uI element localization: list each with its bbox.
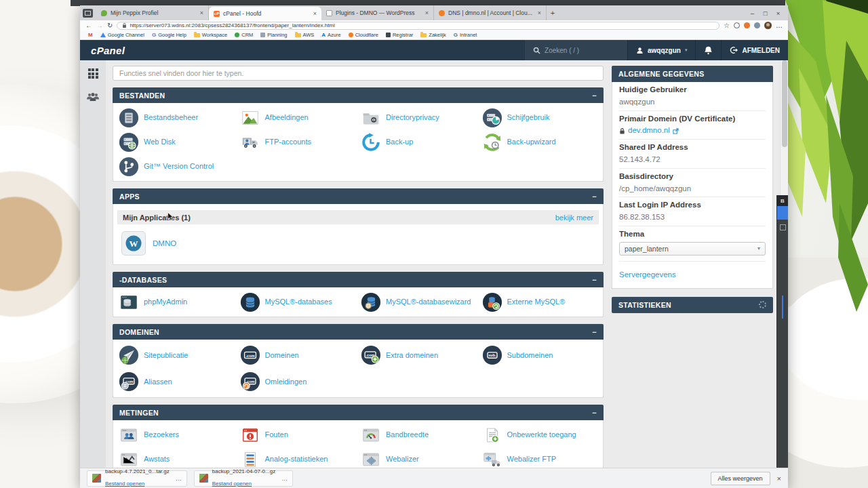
- feature-web-disk[interactable]: Web Disk: [116, 131, 237, 153]
- feature-webalizer-ftp[interactable]: Webalizer FTP: [479, 448, 601, 468]
- minimize-button[interactable]: –: [747, 9, 758, 17]
- tab-close-icon[interactable]: ×: [313, 10, 317, 17]
- section-header[interactable]: -DATABASES −: [113, 272, 604, 287]
- feature-label[interactable]: phpMyAdmin: [144, 298, 187, 306]
- section-header[interactable]: BESTANDEN −: [113, 87, 604, 103]
- feature-errors[interactable]: Fouten: [237, 424, 359, 446]
- feature-label[interactable]: Back-upwizard: [507, 138, 556, 146]
- profile-avatar[interactable]: [764, 22, 772, 29]
- bookmark-aws[interactable]: AWS: [295, 32, 315, 38]
- feature-label[interactable]: Awstats: [144, 455, 170, 464]
- tab-actions-button[interactable]: [83, 9, 93, 18]
- feature-label[interactable]: Externe MySQL®: [507, 298, 566, 306]
- feature-backup[interactable]: Back-up: [358, 131, 479, 153]
- tab-peppix-profile[interactable]: Mijn Peppix Profiel ×: [96, 5, 209, 20]
- feature-images[interactable]: Afbeeldingen: [237, 106, 359, 129]
- feature-label[interactable]: Schijfgebruik: [507, 113, 550, 122]
- bookmark-gmail[interactable]: M: [88, 33, 93, 38]
- bookmark-azure[interactable]: AAzure: [321, 32, 340, 38]
- bookmark-google-channel[interactable]: Google Channel: [100, 32, 144, 38]
- section-header[interactable]: APPS −: [113, 188, 604, 204]
- feature-mysql-wizard[interactable]: MySQL®-databasewizard: [358, 291, 479, 313]
- bookmark-crm[interactable]: CRM: [235, 32, 253, 38]
- feature-webalizer[interactable]: Webalizer: [358, 448, 479, 468]
- quick-find-input[interactable]: [113, 66, 604, 81]
- feature-aliases[interactable]: .com Aliassen: [116, 369, 237, 394]
- download-more-icon[interactable]: …: [176, 475, 182, 482]
- feature-label[interactable]: Onbewerkte toegang: [507, 430, 576, 439]
- feature-mysql-databases[interactable]: MySQL®-databases: [237, 291, 359, 313]
- notifications-button[interactable]: [695, 40, 721, 60]
- new-tab-button[interactable]: +: [547, 9, 559, 17]
- feature-subdomains[interactable]: sub. Subdomeinen: [479, 343, 601, 367]
- section-header[interactable]: DOMEINEN −: [113, 324, 604, 340]
- refresh-button[interactable]: ↻: [107, 22, 113, 29]
- feature-label[interactable]: Bestandsbeheer: [144, 113, 198, 122]
- close-downloads-bar-icon[interactable]: ×: [777, 474, 781, 483]
- feature-ftp-accounts[interactable]: FTP-accounts: [237, 131, 359, 153]
- bookmark-google-help[interactable]: GGoogle Help: [152, 32, 186, 38]
- feature-disk-usage[interactable]: Schijfgebruik: [479, 106, 601, 129]
- collapse-icon[interactable]: −: [592, 92, 597, 100]
- feature-label[interactable]: Omleidingen: [265, 378, 307, 386]
- tab-close-icon[interactable]: ×: [538, 9, 541, 16]
- maximize-button[interactable]: □: [760, 9, 771, 17]
- bookmark-intranet[interactable]: GIntranet: [454, 32, 477, 38]
- tab-cpanel-home[interactable]: cP cPanel - Hoofd ×: [209, 7, 321, 20]
- feature-label[interactable]: Extra domeinen: [386, 351, 438, 360]
- feature-label[interactable]: Webalizer FTP: [507, 455, 557, 464]
- collapse-icon[interactable]: −: [592, 192, 597, 201]
- view-more-link[interactable]: bekijk meer: [555, 214, 593, 222]
- feature-analog-stats[interactable]: Analog-statistieken: [237, 448, 359, 468]
- collapse-icon[interactable]: −: [592, 409, 597, 417]
- section-header[interactable]: METINGEN −: [113, 405, 604, 420]
- bookmark-planning[interactable]: Planning: [260, 32, 287, 38]
- close-button[interactable]: ×: [772, 9, 784, 17]
- feature-label[interactable]: Bandbreedte: [386, 430, 429, 439]
- feature-redirects[interactable]: .com Omleidingen: [237, 369, 359, 394]
- feature-label[interactable]: Sitepublicatie: [144, 351, 188, 360]
- feature-label[interactable]: Domeinen: [265, 351, 299, 360]
- tab-wordpress-plugins[interactable]: Plugins - DMNO — WordPress ×: [321, 5, 434, 20]
- feature-label[interactable]: Analog-statistieken: [265, 455, 328, 464]
- feature-label[interactable]: Subdomeinen: [507, 351, 553, 360]
- tab-close-icon[interactable]: ×: [425, 9, 429, 16]
- feature-domains[interactable]: .com Domeinen: [237, 343, 359, 367]
- logout-button[interactable]: AFMELDEN: [721, 40, 788, 60]
- feature-label[interactable]: MySQL®-databasewizard: [386, 298, 471, 306]
- app-label[interactable]: DMNO: [153, 239, 176, 247]
- feature-awstats[interactable]: Awstats: [116, 448, 237, 468]
- user-manager-icon[interactable]: [86, 92, 100, 102]
- address-bar[interactable]: https://server073.wdns.nl:2083/cpsess282…: [117, 22, 719, 30]
- feature-label[interactable]: Back-up: [386, 138, 413, 146]
- feature-site-publisher[interactable]: Sitepublicatie: [116, 343, 237, 367]
- statistics-header[interactable]: STATISTIEKEN: [612, 297, 773, 313]
- extension-icon-orange[interactable]: [744, 22, 750, 28]
- download-more-icon[interactable]: …: [281, 475, 288, 482]
- collapse-icon[interactable]: −: [592, 328, 597, 336]
- feature-file-manager[interactable]: Bestandsbeheer: [116, 106, 237, 129]
- download-item-2[interactable]: backup_2021-04-07-0...gz Bestand openen …: [194, 470, 293, 487]
- cpanel-logo[interactable]: cPanel: [80, 40, 136, 60]
- open-file-link[interactable]: Bestand openen: [212, 481, 252, 487]
- extension-strip-tab[interactable]: B: [777, 195, 788, 206]
- back-button[interactable]: ←: [85, 22, 92, 29]
- primary-domain-link[interactable]: dev.dmno.nl: [628, 126, 670, 136]
- feature-label[interactable]: Aliassen: [144, 378, 172, 386]
- bookmark-zakelijk[interactable]: Zakelijk: [420, 32, 446, 38]
- app-dmno[interactable]: W DMNO: [116, 227, 600, 261]
- apps-grid-icon[interactable]: [88, 68, 98, 79]
- tab-close-icon[interactable]: ×: [200, 9, 203, 16]
- feature-label[interactable]: Fouten: [265, 430, 288, 439]
- bookmark-cloudflare[interactable]: Cloudflare: [349, 32, 378, 38]
- feature-phpmyadmin[interactable]: phpMyAdmin: [116, 291, 237, 313]
- feature-label[interactable]: MySQL®-databases: [265, 298, 332, 306]
- feature-git-version-control[interactable]: Git™ Version Control: [116, 155, 237, 178]
- scrollbar-thumb[interactable]: [782, 60, 787, 147]
- feature-label[interactable]: Git™ Version Control: [144, 162, 214, 171]
- extension-icon-blue[interactable]: [754, 22, 760, 28]
- feature-label[interactable]: Webalizer: [386, 455, 419, 464]
- theme-select[interactable]: paper_lantern ▾: [619, 242, 766, 256]
- feature-label[interactable]: Afbeeldingen: [265, 113, 309, 122]
- collections-icon[interactable]: [734, 22, 740, 28]
